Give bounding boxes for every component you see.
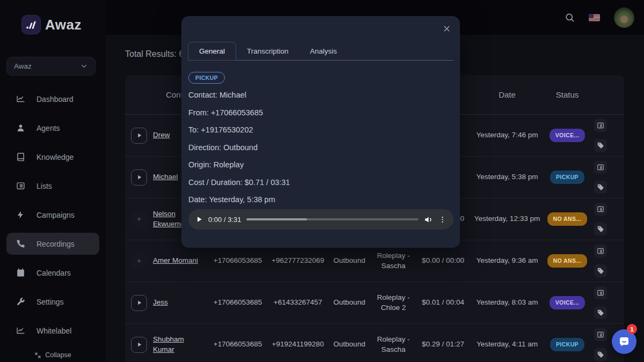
direction-cell: Outbound	[327, 298, 372, 307]
status-badge: PICKUP	[550, 171, 584, 183]
sidebar-item-label: Campaigns	[36, 211, 75, 219]
brand-logo[interactable]: Awaz	[21, 15, 82, 34]
table-row: Shubham Kumar +17066053685 +919241199280…	[125, 324, 624, 362]
phone-icon	[16, 239, 25, 248]
direction-cell: Outbound	[327, 339, 372, 349]
modal-tab-bar: General Transcription Analysis	[188, 42, 453, 61]
list-details-icon	[597, 122, 604, 129]
view-details-button[interactable]	[594, 203, 607, 216]
play-icon	[136, 257, 143, 264]
collapse-sidebar-button[interactable]: Collapse	[0, 351, 106, 359]
detail-cost-duration: Cost / Duration: $0.71 / 03:31	[188, 174, 290, 191]
book-icon	[16, 152, 25, 161]
tag-button[interactable]	[594, 181, 607, 194]
user-avatar[interactable]	[614, 8, 634, 28]
tag-icon	[597, 183, 604, 191]
sidebar-item-knowledge[interactable]: Knowledge	[6, 146, 99, 168]
tag-button[interactable]	[594, 139, 607, 152]
cost-cell: $0.01 / 00:04	[415, 298, 471, 307]
workspace-select[interactable]: Awaz	[6, 57, 96, 76]
sidebar-item-whitelabel[interactable]: Whitelabel	[6, 320, 99, 342]
agent-cell: Roleplay - Sascha	[372, 251, 415, 270]
list-details-icon	[597, 331, 604, 338]
date-cell: Yesterday, 12:33 pm	[471, 214, 543, 224]
sidebar-item-label: Agents	[36, 124, 60, 132]
play-icon	[136, 341, 143, 348]
search-icon[interactable]	[565, 12, 575, 23]
chart-line-icon	[16, 326, 25, 335]
sidebar-item-recordings[interactable]: Recordings	[6, 233, 99, 255]
us-flag-icon[interactable]	[589, 14, 600, 21]
sidebar-item-label: Knowledge	[36, 153, 74, 161]
date-cell: Yesterday, 9:36 am	[471, 256, 543, 265]
date-cell: Yesterday, 7:46 pm	[471, 130, 543, 140]
tag-icon	[597, 309, 604, 316]
contact-link[interactable]: Shubham Kumar	[153, 335, 207, 354]
view-details-button[interactable]	[594, 286, 607, 299]
play-button[interactable]	[131, 128, 147, 144]
tag-icon	[597, 351, 604, 358]
play-button-disabled	[131, 253, 147, 269]
detail-from: From: +17066053685	[188, 104, 290, 122]
volume-icon[interactable]	[424, 215, 433, 224]
view-details-button[interactable]	[594, 245, 607, 257]
contact-link[interactable]: Amer Momani	[153, 256, 198, 265]
chat-bubble-icon	[618, 335, 631, 348]
play-button[interactable]	[131, 169, 147, 186]
header-date: Date	[471, 90, 543, 99]
list-icon	[16, 181, 25, 190]
agent-cell: Roleplay - Chloe 2	[372, 293, 415, 312]
contact-link[interactable]: Drew	[153, 130, 170, 140]
tag-icon	[597, 142, 604, 149]
tag-button[interactable]	[594, 306, 607, 319]
tag-button[interactable]	[594, 348, 607, 361]
sidebar-item-dashboard[interactable]: Dashboard	[6, 88, 99, 110]
sidebar: Awaz Awaz Dashboard Agents Knowledge Lis…	[0, 0, 106, 362]
list-details-icon	[597, 289, 604, 297]
tab-general[interactable]: General	[188, 42, 236, 61]
close-icon[interactable]	[442, 24, 451, 33]
detail-date: Date: Yesterday, 5:38 pm	[188, 191, 290, 209]
from-cell: +17066053685	[207, 256, 269, 265]
seek-slider[interactable]	[246, 218, 419, 220]
play-button[interactable]	[131, 337, 147, 353]
chevron-down-icon	[80, 62, 88, 70]
view-details-button[interactable]	[594, 119, 607, 132]
contact-link[interactable]: Jess	[153, 298, 168, 307]
date-cell: Yesterday, 8:03 am	[471, 298, 543, 307]
sidebar-item-agents[interactable]: Agents	[6, 117, 99, 139]
workspace-select-value: Awaz	[14, 62, 32, 70]
sidebar-item-label: Recordings	[36, 240, 75, 248]
play-icon[interactable]	[195, 216, 203, 223]
tab-analysis[interactable]: Analysis	[299, 42, 348, 60]
topbar-icons	[565, 0, 634, 35]
calendar-icon	[16, 268, 25, 277]
header-status: Status	[543, 90, 591, 99]
status-badge: NO ANS...	[547, 254, 588, 267]
kebab-menu-icon[interactable]	[438, 216, 447, 224]
sidebar-item-label: Dashboard	[36, 95, 74, 104]
contact-link[interactable]: Michael	[153, 172, 178, 182]
call-details: Contact: Michael From: +17066053685 To: …	[188, 86, 290, 209]
sidebar-item-calendars[interactable]: Calendars	[6, 262, 99, 284]
sidebar-item-label: Settings	[36, 298, 64, 306]
tag-icon	[597, 267, 604, 275]
tag-button[interactable]	[594, 223, 607, 235]
tab-transcription[interactable]: Transcription	[236, 42, 299, 60]
sidebar-item-campaigns[interactable]: Campaigns	[6, 204, 99, 226]
pickup-status-badge: PICKUP	[188, 72, 225, 84]
play-button[interactable]	[131, 295, 147, 311]
play-icon	[136, 174, 143, 181]
user-icon	[16, 123, 25, 132]
date-cell: Yesterday, 5:38 pm	[471, 172, 543, 182]
awaz-logo-icon	[21, 15, 41, 34]
sidebar-item-lists[interactable]: Lists	[6, 175, 99, 197]
sidebar-item-settings[interactable]: Settings	[6, 291, 99, 313]
play-icon	[136, 132, 143, 139]
view-details-button[interactable]	[594, 328, 607, 341]
total-results-label: Total Results: 6	[125, 49, 184, 59]
view-details-button[interactable]	[594, 161, 607, 174]
tag-button[interactable]	[594, 264, 607, 277]
tag-icon	[597, 225, 604, 233]
to-cell: +919241199280	[269, 339, 327, 349]
